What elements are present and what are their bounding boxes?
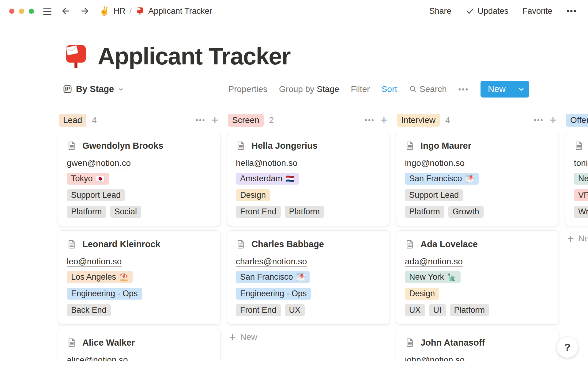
column-title-pill[interactable]: Lead	[59, 114, 86, 127]
sidebar-toggle-button[interactable]	[43, 8, 51, 15]
column-add-button[interactable]: +	[549, 116, 557, 125]
card-email-link[interactable]: ingo@notion.so	[405, 158, 465, 168]
column-more-button[interactable]: •••	[534, 116, 544, 124]
zoom-window-button[interactable]	[29, 9, 34, 14]
page-title[interactable]: Applicant Tracker	[98, 42, 290, 70]
document-icon	[405, 338, 415, 348]
mailbox-icon	[136, 7, 144, 15]
column-more-button[interactable]: •••	[196, 116, 205, 124]
column-more-button[interactable]: •••	[365, 116, 375, 124]
breadcrumb: ✌️ HR / Applicant Tracker	[99, 6, 212, 16]
arrow-left-icon	[61, 6, 71, 16]
column-header-offer: Offer•••+	[565, 114, 588, 127]
card-name: Leonard Kleinrock	[82, 239, 160, 249]
tag-emoji: 🇯🇵	[96, 174, 105, 183]
group-by-button[interactable]: Group by Stage	[279, 84, 339, 94]
tag: UX	[405, 304, 425, 316]
favorite-button[interactable]: Favorite	[522, 6, 552, 16]
board-view-icon	[63, 84, 72, 94]
tag: Engineering - Ops	[67, 288, 142, 300]
column-new-card-button[interactable]: +New	[229, 332, 257, 342]
new-button-label: New	[481, 81, 513, 98]
view-options-button[interactable]: •••	[458, 85, 469, 94]
plus-icon: +	[229, 333, 236, 341]
back-button[interactable]	[61, 6, 71, 16]
applicant-card[interactable]: Ingo Maureringo@notion.soSan Francisco🌁S…	[396, 132, 559, 226]
chevron-down-icon	[518, 86, 525, 93]
card-email-link[interactable]: leo@notion.so	[67, 257, 122, 266]
tag: Platform	[67, 206, 106, 218]
tag: Front End	[236, 304, 281, 316]
applicant-card[interactable]: Gwendolyn Brooksgwen@notion.coTokyo🇯🇵Sup…	[58, 132, 221, 226]
applicant-card[interactable]: Alice Walkeralice@notion.soLos Angeles⛱️	[58, 329, 221, 361]
tag: Engineering - Ops	[236, 288, 311, 300]
tag-emoji: 🗽	[447, 273, 456, 282]
more-actions-button[interactable]: •••	[567, 6, 577, 16]
tag: UX	[285, 304, 305, 316]
search-icon	[409, 85, 417, 93]
tag: Platform	[405, 206, 444, 218]
search-label: Search	[420, 84, 447, 94]
tag: Growth	[448, 206, 484, 218]
column-title-pill[interactable]: Interview	[397, 114, 440, 127]
column-header-lead: Lead4•••+	[58, 114, 221, 127]
share-button[interactable]: Share	[429, 6, 451, 16]
close-window-button[interactable]	[9, 9, 14, 14]
card-email-link[interactable]: toni@	[574, 158, 588, 168]
card-email-link[interactable]: ada@notion.so	[405, 257, 463, 266]
tag: San Francisco🌁	[236, 271, 310, 283]
workspace-emoji-icon: ✌️	[99, 6, 110, 16]
column-add-button[interactable]: +	[380, 116, 388, 125]
card-email-link[interactable]: gwen@notion.co	[67, 158, 131, 168]
properties-button[interactable]: Properties	[228, 84, 267, 94]
breadcrumb-workspace[interactable]: HR	[114, 6, 126, 16]
minimize-window-button[interactable]	[19, 9, 24, 14]
new-card-label: New	[578, 234, 588, 243]
document-icon	[236, 141, 246, 151]
page-mailbox-icon	[63, 43, 89, 70]
applicant-card[interactable]: Ttoni@NewVPWrit	[565, 132, 588, 226]
tag: Platform	[285, 206, 324, 218]
help-button[interactable]: ?	[557, 336, 578, 358]
updates-button[interactable]: Updates	[466, 6, 509, 16]
applicant-card[interactable]: Ada Lovelaceada@notion.soNew York🗽Design…	[396, 231, 559, 324]
card-email-link[interactable]: alice@notion.so	[67, 355, 128, 361]
group-by-prefix: Group by	[279, 84, 314, 94]
column-header-screen: Screen2•••+	[227, 114, 390, 127]
applicant-card[interactable]: Hella Jongeriushella@notion.soAmsterdam🇳…	[227, 132, 390, 226]
card-email-link[interactable]: john@notion.so	[405, 355, 465, 361]
applicant-card[interactable]: John Atanasoffjohn@notion.soTokyo🇯🇵	[396, 329, 559, 361]
tag-emoji: 🇳🇱	[285, 174, 295, 183]
tag: Tokyo🇯🇵	[67, 173, 109, 185]
card-email-link[interactable]: charles@notion.so	[236, 257, 307, 266]
forward-button[interactable]	[80, 6, 90, 16]
tag: Platform	[450, 304, 489, 316]
column-add-button[interactable]: +	[211, 116, 219, 125]
card-name: Charles Babbage	[251, 239, 324, 249]
tag: Back End	[67, 304, 111, 316]
view-toolbar: By Stage Properties Group by Stage Filte…	[63, 81, 529, 104]
column-title-pill[interactable]: Offer	[566, 114, 588, 127]
column-title-pill[interactable]: Screen	[228, 114, 264, 127]
applicant-card[interactable]: Leonard Kleinrockleo@notion.soLos Angele…	[58, 231, 221, 324]
search-button[interactable]: Search	[409, 84, 447, 94]
tag: Support Lead	[67, 189, 125, 201]
document-icon	[67, 239, 77, 249]
board: Lead4•••+Gwendolyn Brooksgwen@notion.coT…	[0, 104, 588, 361]
new-dropdown-button[interactable]	[513, 81, 529, 98]
sort-button[interactable]: Sort	[382, 84, 397, 94]
card-email-link[interactable]: hella@notion.so	[236, 158, 297, 168]
view-switcher[interactable]: By Stage	[63, 84, 124, 94]
column-lead: Lead4•••+Gwendolyn Brooksgwen@notion.coT…	[58, 114, 221, 361]
breadcrumb-page[interactable]: Applicant Tracker	[148, 6, 212, 16]
plus-icon: +	[567, 234, 574, 243]
new-button[interactable]: New	[481, 81, 529, 98]
document-icon	[67, 141, 77, 151]
tag: San Francisco🌁	[405, 173, 479, 185]
filter-button[interactable]: Filter	[351, 84, 370, 94]
applicant-card[interactable]: Charles Babbagecharles@notion.soSan Fran…	[227, 231, 390, 324]
tag-emoji: 🌁	[296, 273, 305, 282]
document-icon	[574, 141, 584, 151]
tag: Writ	[574, 206, 588, 218]
column-new-card-button[interactable]: +New	[567, 234, 588, 243]
